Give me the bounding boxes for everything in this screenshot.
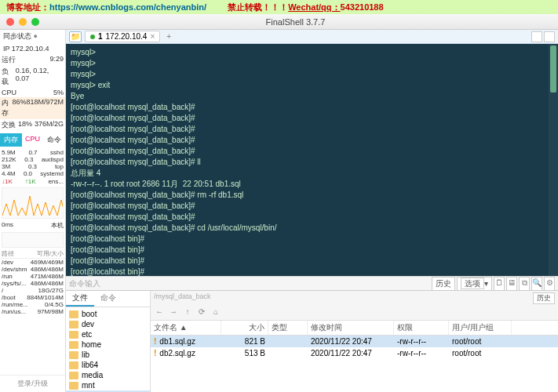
folder-icon [69, 372, 78, 379]
network-chart [2, 187, 64, 219]
monitor-icon[interactable]: 🖥 [506, 277, 517, 291]
folder-item[interactable]: etc [66, 329, 150, 339]
folder-item[interactable]: media [66, 370, 150, 380]
grid-icon[interactable] [531, 31, 542, 42]
sync-status: 同步状态 [3, 32, 31, 40]
terminal[interactable]: mysql>mysql>mysql>mysql> exitBye[root@lo… [66, 44, 558, 276]
command-input[interactable]: 命令输入 [69, 278, 100, 289]
folder-item[interactable]: lib [66, 350, 150, 360]
list-icon[interactable] [544, 31, 555, 42]
folder-icon [69, 331, 78, 339]
close-icon[interactable] [6, 18, 14, 26]
stats-sidebar: 同步状态 ● IP 172.20.10.4 运行9:29 负载0.16, 0.1… [0, 30, 66, 392]
app-title: FinalShell 3.7.7 [39, 17, 552, 27]
scrollbar[interactable] [549, 44, 558, 276]
back-icon[interactable]: ← [154, 307, 165, 318]
folder-icon[interactable]: 📁 [69, 31, 82, 42]
tab-files[interactable]: 文件 [66, 291, 94, 307]
folder-item[interactable]: dev [66, 319, 150, 329]
folder-tree: 文件 命令 bootdevetchomeliblib64mediamntmysq… [66, 291, 151, 392]
maximize-icon[interactable] [31, 18, 39, 26]
file-header[interactable]: 文件名 ▲大小类型修改时间权限用户/用户组 [151, 321, 558, 336]
file-row[interactable]: !db1.sql.gz821 B2020/11/22 20:47-rw-r--r… [151, 336, 558, 347]
ip-label: IP 172.20.10.4 [0, 43, 65, 54]
home-icon[interactable]: ⌂ [210, 307, 221, 318]
tab-cmds[interactable]: 命令 [94, 291, 122, 307]
minimize-icon[interactable] [19, 18, 27, 26]
up-icon[interactable]: ↑ [182, 307, 193, 318]
window-titlebar: FinalShell 3.7.7 [0, 14, 558, 30]
stat-tabs[interactable]: 内存 CPU 命令 [0, 133, 65, 147]
process-list: 5.9M0.7sshd 212K0.3audispd 3M0.3top 4.4M… [0, 149, 65, 177]
blog-url[interactable]: https://www.cnblogs.com/chenyanbin/ [49, 2, 206, 12]
folder-icon [69, 321, 78, 328]
file-list-panel: /mysql_data_back 历史 ← → ↑ ⟳ ⌂ 文件名 ▲大小类型修… [151, 291, 558, 392]
folder-item[interactable]: home [66, 339, 150, 350]
folder-icon [69, 361, 78, 369]
login-link[interactable]: 登录/升级 [0, 375, 65, 392]
ping-chart [2, 232, 64, 248]
copy-icon[interactable]: ⧉ [519, 277, 530, 291]
command-bar: 命令输入 历史 选项▾ 🗒 🖥 ⧉ 🔍 ⚙ [66, 276, 558, 290]
path-crumb[interactable]: /mysql_data_back [154, 292, 211, 304]
close-tab-icon[interactable]: × [150, 32, 155, 41]
refresh-icon[interactable]: ⟳ [196, 307, 207, 318]
forward-icon[interactable]: → [168, 307, 179, 318]
options-button[interactable]: 选项▾ [457, 277, 492, 291]
folder-icon [69, 310, 78, 318]
file-row[interactable]: !db2.sql.gz513 B2020/11/22 20:47-rw-r--r… [151, 347, 558, 359]
folder-item[interactable]: boot [66, 309, 150, 319]
folder-item[interactable]: lib64 [66, 360, 150, 370]
folder-icon [69, 382, 78, 390]
watermark-banner: 博客地址：https://www.cnblogs.com/chenyanbin/… [0, 0, 558, 14]
folder-item[interactable]: mnt [66, 380, 150, 390]
history-button[interactable]: 历史 [432, 277, 455, 291]
search-icon[interactable]: 🔍 [531, 277, 542, 291]
disk-list: 路径可用/大小 /dev469M/469M /dev/shm486M/486M … [0, 249, 65, 315]
folder-icon [69, 351, 78, 359]
settings-icon[interactable]: ⚙ [544, 277, 555, 291]
path-history-button[interactable]: 历史 [533, 292, 555, 304]
new-tab-button[interactable]: + [163, 32, 174, 41]
notepad-icon[interactable]: 🗒 [494, 277, 505, 291]
folder-icon [69, 341, 78, 349]
status-dot-icon [90, 34, 95, 39]
session-toolbar: 📁 1 172.20.10.4 × + [66, 30, 558, 44]
session-tab[interactable]: 1 172.20.10.4 × [85, 31, 160, 42]
